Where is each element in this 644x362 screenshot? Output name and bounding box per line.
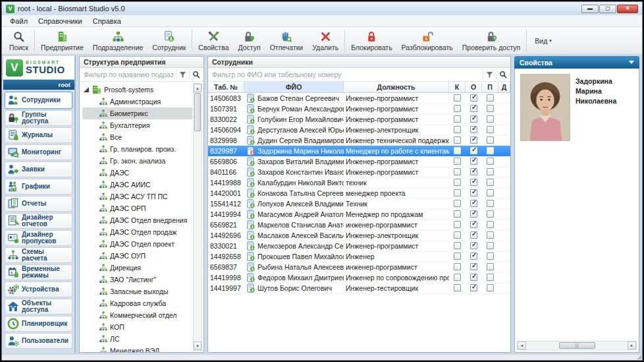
menu-directories[interactable]: Справочники (33, 16, 88, 26)
sidebar-item-11[interactable]: Устройства (5, 282, 72, 297)
scroll-thumb[interactable] (559, 342, 595, 349)
checkbox-o[interactable] (470, 210, 477, 218)
checkbox-p[interactable] (487, 210, 494, 218)
checkbox-o[interactable] (470, 231, 477, 239)
tree-item-14[interactable]: Дирекция (82, 262, 192, 274)
tree-item-15[interactable]: ЗАО "Листинг" (82, 274, 192, 286)
checkbox-k[interactable] (454, 263, 461, 270)
checkbox-k[interactable] (454, 105, 461, 112)
toolbar-button-unblock-lock[interactable]: Разблокировать (397, 28, 458, 53)
sidebar-item-14[interactable]: Пользователи (5, 333, 72, 349)
tree-expander-icon[interactable] (84, 87, 89, 92)
tree-item-7[interactable]: ДАЭС АИИС (82, 179, 192, 191)
checkbox-k[interactable] (454, 210, 461, 218)
checkbox-k[interactable] (454, 168, 461, 175)
clear-filter-icon[interactable] (176, 70, 189, 80)
employee-row-14[interactable]: 8330021Мелкозеров Александр СергеевичИнж… (208, 241, 510, 251)
column-header-3[interactable]: К (449, 82, 466, 92)
toolbar-button-enterprise[interactable]: Предприятие (36, 28, 88, 53)
column-header-6[interactable]: Д (498, 82, 510, 92)
title-bar[interactable]: V root - local - Biosmart Studio v5.0 ▬ … (2, 2, 642, 15)
sidebar-item-8[interactable]: Дизайнер пропусков (5, 230, 72, 246)
tree-item-9[interactable]: ДАЭС ОРП (82, 202, 192, 214)
employee-row-1[interactable]: 1507391Берчук Роман АлександровичИнженер… (208, 104, 510, 114)
sidebar-item-4[interactable]: Заявки (5, 162, 72, 177)
checkbox-k[interactable] (454, 221, 461, 228)
checkbox-p[interactable] (487, 253, 494, 260)
checkbox-p[interactable] (487, 200, 494, 207)
checkbox-p[interactable] (487, 284, 494, 291)
tree-item-0[interactable]: Администрация (82, 96, 192, 107)
checkbox-k[interactable] (454, 242, 461, 249)
checkbox-o[interactable] (470, 284, 477, 291)
checkbox-p[interactable] (487, 179, 494, 186)
tree-item-11[interactable]: ДАЭС Отдел продаж (82, 226, 192, 238)
tree-item-13[interactable]: ДАЭС ОУП (82, 250, 192, 262)
checkbox-k[interactable] (454, 147, 461, 154)
checkbox-k[interactable] (454, 274, 461, 281)
scroll-left-icon[interactable]: ◄ (518, 342, 526, 349)
checkbox-k[interactable] (454, 200, 461, 207)
tree-item-21[interactable]: Менеджер ВЭД (82, 345, 192, 352)
checkbox-p[interactable] (487, 147, 494, 154)
tree-filter-input[interactable] (81, 69, 176, 80)
checkbox-p[interactable] (487, 274, 494, 281)
employee-row-12[interactable]: 6569821Маркелов Станислав Анатольевичинж… (208, 220, 510, 230)
employee-row-9[interactable]: 14420001Конакова Татьяна Сергеевнаменедж… (208, 188, 510, 198)
toolbar-button-view-menu[interactable]: Вид▾ (528, 28, 558, 53)
checkbox-p[interactable] (487, 94, 494, 102)
tree-item-6[interactable]: ДАЭС (82, 167, 192, 179)
checkbox-k[interactable] (454, 253, 461, 260)
employee-row-4[interactable]: 8329998Дудин Сергей ВладимировичИнженер … (208, 135, 510, 146)
checkbox-p[interactable] (487, 105, 494, 112)
toolbar-button-block-lock[interactable]: Блокировать (346, 28, 396, 53)
checkbox-o[interactable] (470, 158, 477, 165)
tree-item-2[interactable]: Бухгалтерия (82, 119, 192, 131)
column-header-4[interactable]: О (466, 82, 482, 92)
toolbar-button-properties[interactable]: Свойства (194, 28, 233, 53)
employee-row-7[interactable]: 8401166Захаров Константин ИвановичИнжене… (208, 167, 510, 177)
sidebar-item-3[interactable]: Мониторинг (5, 144, 72, 160)
employee-row-3[interactable]: 14506094Дерстуганов Алексей ЮрьевичИнжен… (208, 125, 510, 135)
employees-filter-input[interactable] (209, 69, 483, 80)
toolbar-button-department[interactable]: Подразделение (88, 28, 148, 53)
checkbox-p[interactable] (487, 136, 494, 144)
checkbox-k[interactable] (454, 179, 461, 186)
tree-item-3[interactable]: Все (82, 131, 192, 143)
employee-row-8[interactable]: 14419988Калабурдин Николай Викторовичтех… (208, 177, 510, 188)
toolbar-button-access[interactable]: Доступ (233, 28, 265, 53)
tree-item-5[interactable]: Гр. экон. анализа (82, 155, 192, 167)
column-header-0[interactable]: Таб. № (208, 82, 244, 92)
menu-help[interactable]: Справка (88, 16, 126, 26)
checkbox-o[interactable] (470, 126, 477, 133)
tree-item-12[interactable]: ДАЭС Отдел проект (82, 238, 192, 250)
tree-item-17[interactable]: Кадровая служба (82, 297, 192, 309)
employee-row-2[interactable]: 8330022Голубкин Егор МихайловичИнженер-п… (208, 114, 510, 125)
checkbox-k[interactable] (454, 136, 461, 144)
tree-item-8[interactable]: ДАЭС АСУ ТП ПС (82, 191, 192, 202)
checkbox-o[interactable] (470, 94, 477, 102)
scroll-right-icon[interactable]: ► (628, 342, 636, 349)
tree-item-10[interactable]: ДАЭС Отдел внедрения (82, 214, 192, 226)
employee-row-13[interactable]: 14492696Маслаков Алексей ВасильевичИнжен… (208, 230, 510, 241)
column-header-1[interactable]: ФИО (244, 82, 344, 92)
employee-row-6[interactable]: 6569806Захаров Виталий ВладимировичИнжен… (208, 156, 510, 167)
resize-grip[interactable] (637, 355, 641, 359)
checkbox-p[interactable] (487, 168, 494, 175)
tree-item-18[interactable]: Коммерческий отдел (82, 309, 192, 321)
sidebar-item-9[interactable]: Схемы расчета (5, 247, 72, 263)
checkbox-k[interactable] (454, 94, 461, 102)
sidebar-item-12[interactable]: Объекты доступа (5, 299, 72, 315)
sidebar-item-7[interactable]: Дизайнер отчетов (5, 213, 72, 229)
menu-file[interactable]: Файл (5, 16, 33, 26)
checkbox-o[interactable] (470, 263, 477, 270)
properties-panel-header[interactable]: Свойства (514, 56, 639, 69)
column-header-2[interactable]: Должность (344, 82, 449, 92)
employee-row-15[interactable]: 14492658Прокошев Павел МихайловичИнженер (208, 251, 510, 262)
tree-root-item[interactable]: Prosoft-systems (82, 84, 192, 96)
employee-row-10[interactable]: 15541412Лопухов Алексей ВладимировичТехн… (208, 198, 510, 209)
toolbar-button-check-access[interactable]: Проверить доступ (458, 28, 525, 53)
scroll-thumb[interactable] (194, 93, 201, 131)
checkbox-o[interactable] (470, 200, 477, 207)
checkbox-o[interactable] (470, 242, 477, 249)
